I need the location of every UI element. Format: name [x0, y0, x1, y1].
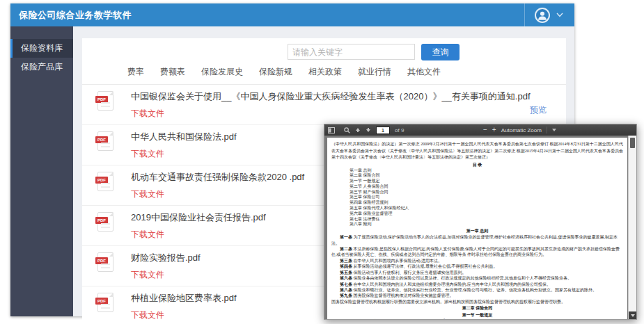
pdf-text-block: 第七章 法律责任 [331, 217, 623, 222]
filter-tabs: 费率费额表保险发展史保险新规相关政策就业行情其他文件 [127, 66, 441, 78]
preview-link[interactable]: 预览 [530, 104, 547, 116]
page-fold [109, 131, 113, 136]
pdf-text-block: 第一节 一般规定 [331, 311, 623, 318]
user-menu[interactable] [524, 3, 574, 26]
filter-tab[interactable]: 相关政策 [308, 66, 342, 78]
pdf-page: （中华人民共和国保险法）的决定）第一次修正 2009年2月28日第十一届全国人民… [327, 138, 627, 319]
pdf-text-block: 第九条 国务院保险监督管理机构依法对保险业实施监督管理。 [331, 293, 623, 298]
zoom-out-button[interactable]: − [483, 127, 487, 133]
search-row: 查询 [82, 38, 566, 66]
pdf-text-block: 第二条 本法所称保险,是指投保人根据合同约定,向保险人支付保险费,保险人对于合同… [331, 246, 623, 258]
download-link[interactable]: 下载文件 [131, 270, 164, 280]
page-fold [109, 212, 113, 216]
filter-tab[interactable]: 其他文件 [407, 66, 441, 78]
pdf-scrollbar[interactable] [628, 136, 636, 319]
pdf-file-icon: PDF [97, 252, 113, 272]
page-fold [109, 172, 113, 176]
pdf-text-block: 第二章 保险合同 [331, 173, 623, 179]
pdf-text-block: 第七条 在中华人民共和国境内的法人和其他组织需要办理境内保险的,应当向中华人民共… [331, 282, 623, 287]
search-button[interactable]: 查询 [421, 44, 460, 60]
file-row: PDF中国银保监会关于使用__《中国人身保险业重大疾病经验发生率表（2020）》… [82, 85, 566, 125]
file-name: 中国银保监会关于使用__《中国人身保险业重大疾病经验发生率表（2020）》__有… [131, 90, 524, 103]
scrollbar-down-button[interactable] [629, 311, 636, 319]
filter-tab[interactable]: 保险新规 [259, 66, 292, 78]
zoom-select[interactable]: Automatic Zoom [501, 127, 542, 133]
zoom-dropdown-caret-icon[interactable] [552, 129, 556, 131]
pdf-file-icon: PDF [97, 172, 113, 191]
app-title: 保险公司综合业务教学软件 [10, 9, 132, 22]
page-number-input[interactable] [376, 127, 390, 134]
pdf-text-block: 第一条 为了规范保险活动,保护保险活动当事人的合法权益,加强对保险业的监督管理,… [331, 234, 623, 246]
sidebar: 保险资料库保险产品库 [10, 26, 73, 316]
download-link[interactable]: 下载文件 [131, 149, 164, 159]
pdf-text-block: 第五条 保险活动当事人行使权利、履行义务应当遵循诚实信用原则。 [331, 270, 623, 275]
pdf-text-block: 第三条 在中华人民共和国境内从事保险活动,适用本法。 [331, 258, 623, 264]
filter-tab[interactable]: 费额表 [160, 66, 185, 78]
page-total-label: of 9 [395, 127, 404, 133]
pdf-text-block: 第十条 保险合同是投保人与保险人约定保险权利义务关系的协议。 [331, 318, 623, 319]
pdf-text-block: （中华人民共和国保险法）的决定）第一次修正 2009年2月28日第十一届全国人民… [331, 141, 623, 161]
pdf-text-block: 第六章 保险业监督管理 [331, 211, 623, 217]
pdf-viewer: of 9 − + Automatic Zoom （中华人民共和国保险法）的决定）… [324, 124, 637, 320]
download-link[interactable]: 下载文件 [131, 108, 164, 118]
filter-tab[interactable]: 就业行情 [358, 66, 391, 78]
download-link[interactable]: 下载文件 [131, 229, 164, 239]
download-link[interactable]: 下载文件 [131, 310, 164, 320]
page-up-icon[interactable] [355, 127, 361, 133]
download-link[interactable]: 下载文件 [131, 189, 164, 199]
search-icon[interactable] [344, 127, 350, 133]
app-header: 保险公司综合业务教学软件 [10, 3, 574, 26]
scrollbar-thumb[interactable] [630, 138, 635, 148]
zoom-in-button[interactable]: + [492, 127, 496, 133]
pdf-file-icon: PDF [97, 293, 113, 312]
sidebar-toggle-icon[interactable] [328, 127, 335, 133]
pdf-text-block: 第四章 保险经营规则 [331, 200, 623, 206]
pdf-text-block: 第一章 总则 [331, 227, 623, 234]
pdf-text-block: 第六条 保险业务由依照本法设立的保险公司以及法律、行政法规规定的其他保险组织经营… [331, 275, 623, 281]
pdf-text-block: 第二章 保险合同 [331, 305, 623, 311]
pdf-text-block: 目 录 [331, 161, 623, 168]
page-fold [109, 293, 113, 297]
page-fold [109, 91, 113, 95]
pdf-text-block: 第一节 一般规定 [331, 179, 623, 184]
pdf-file-icon: PDF [97, 212, 113, 232]
filter-tab[interactable]: 保险发展史 [201, 66, 243, 78]
filter-tab[interactable]: 费率 [127, 66, 144, 78]
page-down-icon[interactable] [366, 127, 371, 133]
search-input[interactable] [288, 44, 415, 60]
pdf-text-block: 第八条 保险业和银行业、证券业、信托业实行分业经营、分业管理,保险公司与银行、证… [331, 287, 623, 293]
page-fold [109, 252, 113, 257]
sidebar-item[interactable]: 保险资料库 [10, 39, 73, 58]
chevron-down-icon[interactable] [556, 13, 563, 17]
pdf-content-area[interactable]: （中华人民共和国保险法）的决定）第一次修正 2009年2月28日第十一届全国人民… [324, 136, 636, 319]
filter-tabs-row: 费率费额表保险发展史保险新规相关政策就业行情其他文件 [82, 66, 566, 85]
pdf-text-block: 第五章 保险代理人和保险经纪人 [331, 206, 623, 211]
pdf-text-block: 第八章 附则 [331, 222, 623, 227]
sidebar-item[interactable]: 保险产品库 [10, 58, 73, 76]
user-avatar-icon[interactable] [535, 8, 550, 23]
screenshot-canvas: 保险公司综合业务教学软件 保险资料库保险产品库 [0, 0, 644, 324]
pdf-toolbar: of 9 − + Automatic Zoom [324, 124, 636, 136]
pdf-text-block: 国务院保险监督管理机构根据履行职责的需要设立派出机构。派出机构按照国务院保险监督… [331, 299, 623, 305]
zoom-select-divider [547, 127, 547, 133]
pdf-text-block: 第四条 从事保险活动必须遵守法律、行政法规,尊重社会公德,不得损害社会公共利益。 [331, 264, 623, 269]
pdf-file-icon: PDF [97, 131, 113, 151]
pdf-text-block: 第二节 人身保险合同 [331, 184, 623, 190]
zoom-controls: − + Automatic Zoom [483, 124, 556, 136]
pdf-file-icon: PDF [97, 91, 113, 111]
